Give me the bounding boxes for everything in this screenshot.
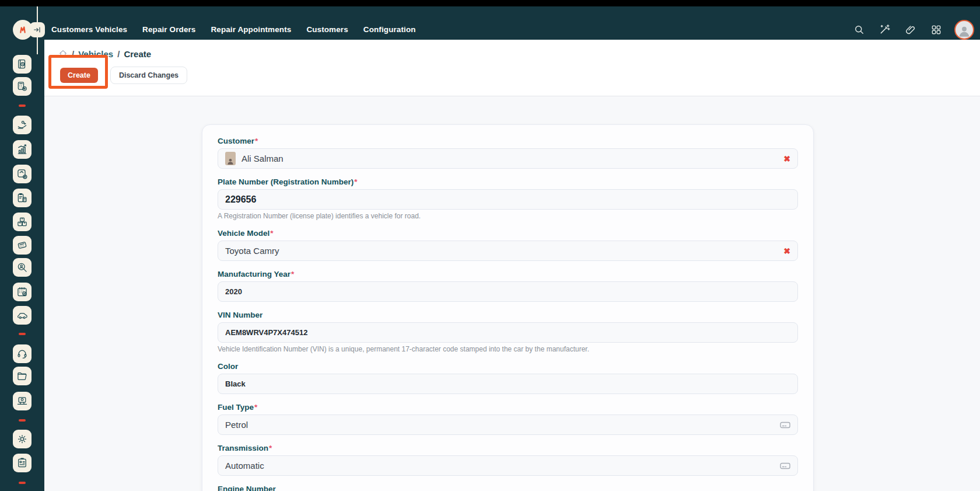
menu-customers-vehicles[interactable]: Customers Vehicles — [51, 25, 127, 34]
required-asterisk: * — [269, 444, 272, 452]
sidebar-separator — [19, 482, 26, 484]
sidebar-app-hand-care[interactable] — [13, 116, 32, 134]
color-label: Color — [218, 362, 238, 371]
top-menu: Customers Vehicles Repair Orders Repair … — [51, 13, 416, 46]
create-button-wrapper: Create — [60, 68, 98, 83]
vin-number-input[interactable] — [218, 322, 798, 343]
vin-number-label: VIN Number — [218, 311, 262, 319]
breadcrumb-current: Create — [124, 49, 151, 59]
sidebar-app-packages[interactable] — [13, 213, 32, 231]
sidebar-separator — [19, 105, 26, 107]
journal-clock-icon — [16, 58, 28, 70]
packages-icon — [16, 216, 28, 228]
sidebar-app-pos-terminal[interactable] — [13, 236, 32, 255]
brand-mark-icon — [16, 23, 29, 36]
discard-changes-button[interactable]: Discard Changes — [110, 67, 187, 84]
plate-number-label: Plate Number (Registration Number) — [218, 177, 354, 186]
required-asterisk: * — [255, 137, 258, 145]
manufacturing-year-label: Manufacturing Year — [218, 270, 290, 278]
sidebar-app-car[interactable] — [13, 306, 32, 325]
sidebar-toggle-button[interactable] — [30, 22, 45, 37]
fuel-type-label: Fuel Type — [218, 403, 254, 412]
vehicle-model-input[interactable]: Toyota Camry ✖ — [218, 241, 798, 261]
search-icon — [853, 24, 865, 36]
customer-search-icon — [16, 262, 28, 273]
transmission-select[interactable]: Automatic — [218, 455, 798, 476]
growth-chart-icon — [16, 144, 28, 155]
vehicle-model-label: Vehicle Model — [218, 229, 270, 238]
search-button[interactable] — [849, 20, 869, 39]
calculator-coin-icon — [16, 81, 28, 92]
breadcrumb-separator: / — [117, 49, 120, 59]
menu-repair-appointments[interactable]: Repair Appointments — [211, 25, 291, 34]
clear-x-icon[interactable]: ✖ — [783, 247, 790, 255]
customer-avatar-thumb — [225, 152, 236, 165]
field-transmission: Transmission* Automatic — [218, 444, 798, 476]
topbar-right-icons — [849, 13, 974, 46]
folder-docs-icon — [16, 370, 28, 382]
person-icon — [957, 23, 972, 39]
field-customer: Customer* Ali Salman ✖ — [218, 137, 798, 169]
breadcrumb-separator: / — [72, 49, 74, 59]
menu-configuration[interactable]: Configuration — [363, 25, 416, 34]
required-asterisk: * — [291, 270, 294, 278]
color-input[interactable] — [218, 374, 798, 394]
menu-repair-orders[interactable]: Repair Orders — [142, 25, 195, 34]
breadcrumb-home-link[interactable] — [58, 49, 68, 58]
top-navbar: Customers Vehicles Repair Orders Repair … — [0, 6, 980, 40]
sidebar-app-settings[interactable] — [13, 430, 32, 448]
form-body-area: Customer* Ali Salman ✖ Plate Number (Reg… — [44, 97, 980, 491]
magic-wand-icon — [878, 23, 891, 36]
select-pill-icon — [780, 462, 790, 469]
sidebar-app-customer-search[interactable] — [13, 258, 32, 277]
settings-gear-icon — [16, 433, 28, 445]
field-plate-number: Plate Number (Registration Number)* A Re… — [218, 177, 798, 220]
app-sidebar — [0, 40, 44, 491]
clear-x-icon[interactable]: ✖ — [783, 155, 790, 163]
transmission-label: Transmission — [218, 444, 268, 452]
home-icon — [58, 49, 68, 58]
apps-switcher-button[interactable] — [926, 20, 946, 39]
plate-number-input[interactable] — [218, 189, 798, 210]
sidebar-app-id-clipboard[interactable] — [13, 454, 32, 472]
field-fuel-type: Fuel Type* Petrol — [218, 403, 798, 435]
attachment-button[interactable] — [901, 20, 920, 39]
sidebar-separator — [19, 333, 26, 335]
headset-support-icon — [16, 348, 28, 360]
fuel-type-select[interactable]: Petrol — [218, 415, 798, 435]
breadcrumb-vehicles-link[interactable]: Vehicles — [78, 49, 113, 59]
sidebar-app-clipboard-calculator[interactable] — [13, 189, 32, 207]
sidebar-app-scale-add[interactable] — [13, 165, 32, 183]
id-clipboard-icon — [16, 457, 28, 469]
calendar-check-icon — [16, 286, 28, 298]
customer-input[interactable]: Ali Salman ✖ — [218, 148, 798, 169]
sidebar-app-laptop-session[interactable] — [13, 392, 32, 410]
sidebar-app-folder-docs[interactable] — [13, 367, 32, 385]
arrow-to-bar-icon — [33, 25, 42, 34]
sidebar-separator — [19, 419, 26, 422]
sidebar-app-calendar-check[interactable] — [13, 283, 32, 301]
fuel-type-value: Petrol — [225, 420, 248, 430]
customer-label: Customer — [218, 137, 254, 145]
paperclip-icon — [905, 24, 916, 36]
vin-number-help: Vehicle Identification Number (VIN) is a… — [218, 346, 798, 353]
create-button[interactable]: Create — [60, 68, 98, 83]
sidebar-app-journal-clock[interactable] — [13, 55, 32, 74]
sidebar-app-calculator-coin[interactable] — [13, 77, 32, 96]
user-avatar[interactable] — [954, 20, 974, 40]
menu-customers[interactable]: Customers — [306, 25, 348, 34]
breadcrumb: / Vehicles / Create — [58, 48, 980, 60]
vehicle-form-card: Customer* Ali Salman ✖ Plate Number (Reg… — [202, 124, 814, 491]
vehicle-model-value: Toyota Camry — [225, 246, 279, 256]
pos-terminal-icon — [16, 239, 28, 251]
magic-wand-button[interactable] — [875, 20, 894, 39]
required-asterisk: * — [270, 229, 273, 238]
manufacturing-year-input[interactable] — [218, 281, 798, 302]
control-panel: / Vehicles / Create Create Discard Chang… — [44, 40, 980, 96]
required-asterisk: * — [254, 403, 257, 412]
sidebar-app-growth-chart[interactable] — [13, 140, 32, 159]
field-color: Color — [218, 362, 798, 394]
sidebar-app-headset-support[interactable] — [13, 344, 32, 363]
field-manufacturing-year: Manufacturing Year* — [218, 270, 798, 302]
hand-care-icon — [16, 119, 28, 131]
